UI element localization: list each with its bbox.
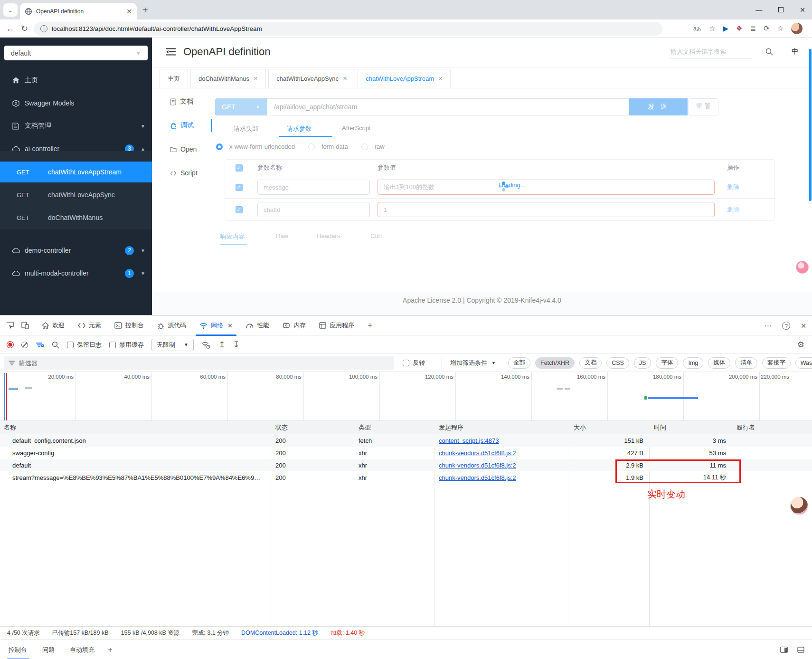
extension-play-icon[interactable]: ▶	[723, 24, 728, 33]
request-initiator-link[interactable]: chunk-vendors.d51cf6f8.js:2	[439, 462, 516, 469]
chip-all[interactable]: 全部	[508, 357, 530, 369]
request-url-input[interactable]	[267, 98, 629, 115]
tab-search-button[interactable]: ⌄	[3, 3, 18, 17]
doc-tab-doChatWithManus[interactable]: doChatWithManus✕	[190, 69, 266, 88]
reload-icon[interactable]: ↻	[21, 23, 28, 34]
tab-request-params[interactable]: 请求参数	[287, 124, 312, 133]
drawer-tab-issues[interactable]: 问题	[37, 640, 60, 659]
chip-fetch-xhr[interactable]: Fetch/XHR	[535, 357, 575, 369]
request-name[interactable]: default	[0, 462, 271, 469]
nav-item-open[interactable]: Open	[152, 141, 212, 158]
export-har-icon[interactable]: ↧	[233, 340, 239, 350]
browser-tab[interactable]: OpenAPI definition ✕	[20, 3, 137, 19]
drawer-tab-autofill[interactable]: 自动填充	[64, 640, 100, 659]
sidebar-item-home[interactable]: 主页	[0, 70, 152, 91]
filter-input-wrap[interactable]	[4, 356, 394, 370]
tab-request-headers[interactable]: 请求头部	[234, 124, 258, 133]
nav-item-doc[interactable]: 文档	[152, 93, 212, 110]
col-header-time[interactable]: 时间	[649, 423, 732, 432]
tab-headers[interactable]: Headers	[317, 232, 340, 239]
tab-response-content[interactable]: 响应内容	[220, 232, 245, 241]
api-item-doChatWithManus[interactable]: GET doChatWithManus	[0, 207, 152, 228]
filter-input[interactable]	[19, 360, 389, 367]
chip-img[interactable]: Img	[683, 357, 703, 369]
sidebar-item-multi-modal-controller[interactable]: multi-modal-controller 1 ▼	[0, 263, 152, 284]
reading-list-icon[interactable]: ≣	[750, 24, 756, 33]
col-header-initiator[interactable]: 发起程序	[434, 423, 569, 432]
drawer-more-tabs-button[interactable]: +	[104, 645, 116, 655]
param-value-input[interactable]	[378, 202, 715, 217]
devtools-tab-application[interactable]: 应用程序	[312, 315, 361, 336]
doc-tab-home[interactable]: 主页	[160, 69, 188, 88]
chip-font[interactable]: 字体	[656, 357, 678, 369]
close-icon[interactable]: ✕	[438, 76, 443, 82]
chip-manifest[interactable]: 清单	[735, 357, 757, 369]
filter-icon[interactable]	[36, 341, 44, 349]
inspect-element-icon[interactable]	[6, 321, 14, 330]
request-name[interactable]: default_config.content.json	[0, 437, 271, 444]
doc-tab-chatWithLoveAppSync[interactable]: chatWithLoveAppSync✕	[268, 69, 355, 88]
help-icon[interactable]: ?	[782, 322, 790, 330]
row-checkbox[interactable]: ✓	[236, 206, 243, 213]
devtools-tab-elements[interactable]: 元素	[71, 315, 108, 336]
tab-afterscript[interactable]: AfterScript	[342, 124, 371, 132]
request-initiator-link[interactable]: chunk-vendors.d51cf6f8.js:2	[439, 474, 516, 481]
import-har-icon[interactable]: ↥	[218, 340, 225, 350]
method-select[interactable]: GET ▼	[215, 98, 267, 115]
url-field[interactable]: i localhost:8123/api/doc.html#/default/a…	[34, 22, 662, 36]
table-row[interactable]: default_config.content.json 200 fetch co…	[0, 434, 812, 447]
device-toolbar-icon[interactable]	[21, 321, 29, 330]
api-item-chatWithLoveAppSync[interactable]: GET chatWithLoveAppSync	[0, 184, 152, 205]
sidebar-item-swagger-models[interactable]: Swagger Models	[0, 93, 152, 114]
language-toggle-button[interactable]: 中	[792, 47, 799, 56]
group-select[interactable]: default ▼	[4, 46, 148, 60]
sidebar-item-doc-mgmt[interactable]: 文档管理 ▼	[0, 115, 152, 136]
tab-curl[interactable]: Curl	[370, 232, 382, 239]
network-settings-gear-icon[interactable]: ⚙	[797, 340, 804, 350]
chip-css[interactable]: CSS	[606, 357, 629, 369]
devtools-tab-memory[interactable]: 内存	[276, 315, 312, 336]
doc-search-input[interactable]	[670, 45, 753, 58]
nav-item-script[interactable]: Script	[152, 164, 212, 181]
translate-icon[interactable]: aあ	[693, 25, 701, 32]
col-header-name[interactable]: 名称	[0, 423, 271, 432]
api-item-chatWithLoveAppStream[interactable]: GET chatWithLoveAppStream	[0, 162, 152, 182]
close-icon[interactable]: ✕	[343, 76, 347, 82]
radio-raw[interactable]	[361, 143, 368, 150]
profile-avatar[interactable]	[791, 23, 803, 34]
param-name-input[interactable]	[257, 180, 370, 195]
request-initiator-link[interactable]: content_script.js:4873	[439, 437, 499, 444]
devtools-more-icon[interactable]: ⋯	[764, 321, 772, 330]
invert-checkbox[interactable]	[403, 360, 409, 366]
devtools-tab-welcome[interactable]: 欢迎	[35, 315, 71, 336]
preserve-log-checkbox[interactable]	[67, 342, 74, 348]
drawer-tab-console[interactable]: 控制台	[3, 640, 33, 659]
new-tab-button[interactable]: +	[142, 5, 148, 16]
close-network-tab-icon[interactable]: ✕	[227, 322, 233, 329]
preserve-log-option[interactable]: 保留日志	[67, 341, 102, 349]
radio-form-data[interactable]	[308, 143, 315, 150]
request-name[interactable]: stream?message=%E8%BE%93%E5%87%BA1%E5%88…	[0, 474, 271, 481]
close-icon[interactable]: ✕	[254, 76, 258, 82]
reset-button[interactable]: 重 置	[689, 98, 718, 115]
devtools-tab-network[interactable]: 网络 ✕	[193, 315, 239, 336]
network-conditions-icon[interactable]	[201, 341, 211, 349]
send-button[interactable]: 发 送	[629, 98, 688, 115]
maximize-button[interactable]	[778, 7, 784, 12]
devtools-tab-console[interactable]: 控制台	[108, 315, 151, 336]
clear-icon[interactable]	[21, 342, 28, 348]
devtools-tab-performance[interactable]: 性能	[239, 315, 276, 336]
disable-cache-option[interactable]: 禁用缓存	[109, 341, 144, 349]
delete-link[interactable]: 删除	[727, 206, 739, 213]
search-icon[interactable]	[52, 341, 59, 349]
request-initiator-link[interactable]: chunk-vendors.d51cf6f8.js:2	[439, 449, 516, 457]
chip-doc[interactable]: 文档	[579, 357, 602, 369]
table-row[interactable]: swagger-config 200 xhr chunk-vendors.d51…	[0, 447, 812, 459]
collapse-sidebar-icon[interactable]	[166, 48, 176, 56]
tab-raw[interactable]: Raw	[276, 232, 288, 239]
delete-link[interactable]: 删除	[727, 183, 739, 191]
col-header-size[interactable]: 大小	[569, 423, 649, 432]
close-devtools-icon[interactable]: ✕	[801, 322, 806, 330]
close-window-button[interactable]: ✕	[800, 6, 805, 14]
doc-tab-chatWithLoveAppStream[interactable]: chatWithLoveAppStream✕	[358, 69, 451, 88]
